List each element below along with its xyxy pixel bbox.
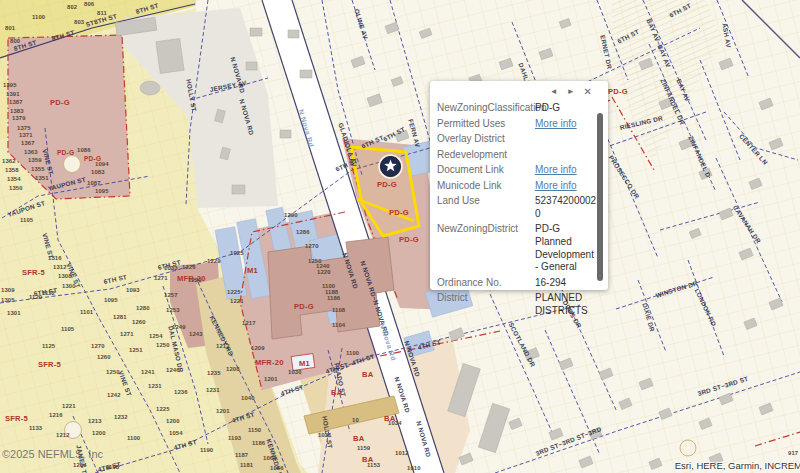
popup-field-label: District <box>437 292 535 318</box>
popup-row: Land Use523742000020 <box>437 195 588 221</box>
popup-row: Redevelopment <box>437 149 588 162</box>
popup-field-label: NewZoningDistrict <box>437 223 535 274</box>
popup-row: Overlay District <box>437 133 588 146</box>
popup-field-value: 16-294 <box>535 277 588 290</box>
popup-field-label: Document Link <box>437 164 535 177</box>
popup-field-label: NewZoningClassification <box>437 102 535 115</box>
popup-more-info-link[interactable]: More info <box>535 164 577 175</box>
popup-row: Document LinkMore info <box>437 164 588 177</box>
popup-row: NewZoningDistrictPD-G Planned Developmen… <box>437 223 588 274</box>
popup-header: ◄ ► ✕ <box>430 81 608 99</box>
popup-field-label: Municode Link <box>437 180 535 193</box>
popup-field-label: Ordinance No. <box>437 277 535 290</box>
m1-parcel-box <box>291 354 315 371</box>
popup-row: DistrictPLANNED DISTRICTS <box>437 292 588 318</box>
popup-fields: NewZoningClassificationPD-GPermitted Use… <box>430 99 608 328</box>
popup-field-label: Redevelopment <box>437 149 535 162</box>
popup-field-value: 523742000020 <box>535 195 599 221</box>
popup-row: Ordinance No.16-294 <box>437 277 588 290</box>
popup-next-button[interactable]: ► <box>567 88 575 96</box>
popup-scrollbar-thumb[interactable] <box>597 113 603 281</box>
popup-field-value: PD-G Planned Development - General <box>535 223 594 274</box>
popup-row: Permitted UsesMore info <box>437 118 588 131</box>
popup-field-value: PLANNED DISTRICTS <box>535 292 588 318</box>
popup-row: NewZoningClassificationPD-G <box>437 102 588 115</box>
popup-field-value <box>535 133 588 146</box>
popup-field-value <box>535 149 588 162</box>
popup-field-label: Overlay District <box>437 133 535 146</box>
feature-popup: ◄ ► ✕ NewZoningClassificationPD-GPermitt… <box>430 81 608 290</box>
mls-copyright: ©2025 NEFMLS, Inc <box>2 448 103 460</box>
popup-prev-button[interactable]: ◄ <box>550 88 558 96</box>
popup-field-label: Permitted Uses <box>437 118 535 131</box>
popup-more-info-link[interactable]: More info <box>535 180 577 191</box>
popup-more-info-link[interactable]: More info <box>535 118 577 129</box>
star-marker[interactable] <box>379 155 402 178</box>
popup-field-value: PD-G <box>535 102 588 115</box>
zoning-map-app: 8TH ST8TH STST8TH ST8TH STYAUPON STYAUPO… <box>0 0 800 473</box>
popup-field-label: Land Use <box>437 195 535 221</box>
popup-close-button[interactable]: ✕ <box>584 87 592 97</box>
popup-row: Municode LinkMore info <box>437 180 588 193</box>
map-attribution: Esri, HERE, Garmin, INCREM <box>675 460 800 471</box>
map-canvas[interactable] <box>0 0 800 473</box>
